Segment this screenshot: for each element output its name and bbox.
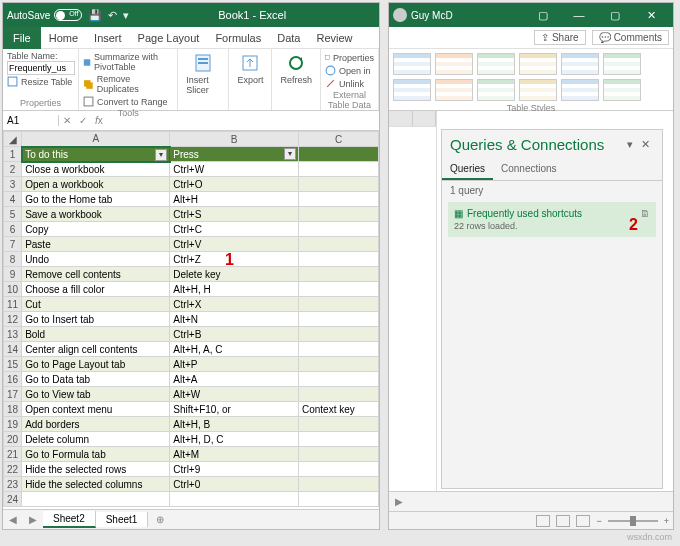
- cell[interactable]: [298, 177, 378, 192]
- cancel-formula-icon[interactable]: ✕: [59, 115, 75, 126]
- cell[interactable]: Ctrl+C: [170, 222, 299, 237]
- open-in-browser-button[interactable]: Open in: [325, 64, 374, 77]
- cell[interactable]: Ctrl+S: [170, 207, 299, 222]
- row-header[interactable]: 11: [4, 297, 22, 312]
- panel-close-icon[interactable]: ✕: [637, 138, 654, 151]
- table-header-to-do[interactable]: To do this▾: [22, 147, 170, 162]
- remove-duplicates-button[interactable]: Remove Duplicates: [83, 73, 173, 95]
- sheet-area-left[interactable]: ◢ A B C 1 To do this▾ Press▾ 2 Close a w…: [3, 131, 379, 509]
- table-style-thumb[interactable]: [393, 53, 431, 75]
- cell[interactable]: Alt+A: [170, 372, 299, 387]
- table-style-thumb[interactable]: [435, 53, 473, 75]
- resize-table-button[interactable]: Resize Table: [7, 75, 74, 88]
- qat-undo-icon[interactable]: ↶: [108, 9, 117, 22]
- cell[interactable]: Save a workbook: [22, 207, 170, 222]
- filter-dropdown-icon[interactable]: ▾: [155, 149, 167, 161]
- cell[interactable]: Go to Page Layout tab: [22, 357, 170, 372]
- row-header[interactable]: 1: [4, 147, 22, 162]
- row-header[interactable]: 2: [4, 162, 22, 177]
- tablename-input[interactable]: [7, 61, 75, 75]
- cell[interactable]: [298, 372, 378, 387]
- panel-options-icon[interactable]: ▾: [623, 138, 637, 151]
- sheet-tab-sheet2[interactable]: Sheet2: [43, 511, 96, 528]
- tab-queries[interactable]: Queries: [442, 159, 493, 180]
- sheet-sliver[interactable]: [389, 111, 437, 491]
- add-sheet-icon[interactable]: ⊕: [148, 514, 172, 525]
- tab-home[interactable]: Home: [41, 32, 86, 44]
- row-header[interactable]: 24: [4, 492, 22, 507]
- share-button[interactable]: ⇪Share: [534, 30, 586, 45]
- row-header[interactable]: 12: [4, 312, 22, 327]
- col-header-a[interactable]: A: [22, 132, 170, 147]
- row-header[interactable]: 21: [4, 447, 22, 462]
- table-style-thumb[interactable]: [393, 79, 431, 101]
- zoom-in-icon[interactable]: +: [664, 516, 669, 526]
- table-style-thumb[interactable]: [561, 53, 599, 75]
- row-header[interactable]: 5: [4, 207, 22, 222]
- fx-icon[interactable]: fx: [91, 115, 107, 126]
- cell[interactable]: Go to View tab: [22, 387, 170, 402]
- sheet-tab-sheet1[interactable]: Sheet1: [96, 512, 149, 527]
- table-properties-button[interactable]: Properties: [325, 51, 374, 64]
- cell[interactable]: [298, 462, 378, 477]
- summarize-pivottable-button[interactable]: Summarize with PivotTable: [83, 51, 173, 73]
- table-style-thumb[interactable]: [603, 53, 641, 75]
- cell[interactable]: [298, 282, 378, 297]
- tab-formulas[interactable]: Formulas: [207, 32, 269, 44]
- cell[interactable]: [298, 297, 378, 312]
- cell[interactable]: [298, 312, 378, 327]
- query-item[interactable]: ▦Frequently used shortcuts 22 rows loade…: [448, 202, 656, 237]
- file-tab[interactable]: File: [3, 27, 41, 49]
- row-header[interactable]: 8: [4, 252, 22, 267]
- row-header[interactable]: 14: [4, 342, 22, 357]
- cell[interactable]: Copy: [22, 222, 170, 237]
- cell[interactable]: [298, 327, 378, 342]
- cell[interactable]: [298, 237, 378, 252]
- table-style-thumb[interactable]: [519, 53, 557, 75]
- cell[interactable]: Delete column: [22, 432, 170, 447]
- minimize-icon[interactable]: —: [561, 9, 597, 21]
- cell[interactable]: Alt+H, A, C: [170, 342, 299, 357]
- cell[interactable]: Ctrl+Z: [170, 252, 299, 267]
- row-header[interactable]: 7: [4, 237, 22, 252]
- cell[interactable]: [298, 432, 378, 447]
- insert-slicer-button[interactable]: Insert Slicer: [182, 51, 224, 97]
- cell[interactable]: [298, 357, 378, 372]
- tab-data[interactable]: Data: [269, 32, 308, 44]
- page-layout-view-icon[interactable]: [556, 515, 570, 527]
- cell[interactable]: Context key: [298, 402, 378, 417]
- cell[interactable]: Go to Formula tab: [22, 447, 170, 462]
- table-style-thumb[interactable]: [435, 79, 473, 101]
- cell[interactable]: Hide the selected rows: [22, 462, 170, 477]
- qat-dropdown-icon[interactable]: ▾: [123, 9, 129, 22]
- cell[interactable]: Open context menu: [22, 402, 170, 417]
- refresh-button[interactable]: Refresh: [276, 51, 316, 87]
- row-header[interactable]: 18: [4, 402, 22, 417]
- cell[interactable]: [298, 147, 378, 162]
- sheet-nav-next-icon[interactable]: ▶: [23, 514, 43, 525]
- tab-connections[interactable]: Connections: [493, 159, 565, 180]
- cell[interactable]: Ctrl+W: [170, 162, 299, 177]
- cell[interactable]: Undo: [22, 252, 170, 267]
- cell[interactable]: Bold: [22, 327, 170, 342]
- cell[interactable]: Alt+H, B: [170, 417, 299, 432]
- cell[interactable]: Close a workbook: [22, 162, 170, 177]
- cell[interactable]: [298, 387, 378, 402]
- cell[interactable]: Ctrl+9: [170, 462, 299, 477]
- cell[interactable]: Alt+W: [170, 387, 299, 402]
- zoom-out-icon[interactable]: −: [596, 516, 601, 526]
- sheet-nav-prev-icon[interactable]: ◀: [3, 514, 23, 525]
- cell[interactable]: Go to Insert tab: [22, 312, 170, 327]
- row-header[interactable]: 6: [4, 222, 22, 237]
- convert-to-range-button[interactable]: Convert to Range: [83, 95, 173, 108]
- cell[interactable]: [298, 447, 378, 462]
- cell[interactable]: Alt+M: [170, 447, 299, 462]
- enter-formula-icon[interactable]: ✓: [75, 115, 91, 126]
- row-header[interactable]: 23: [4, 477, 22, 492]
- cell[interactable]: [298, 162, 378, 177]
- normal-view-icon[interactable]: [536, 515, 550, 527]
- row-header[interactable]: 22: [4, 462, 22, 477]
- name-box[interactable]: A1: [3, 115, 59, 126]
- zoom-slider[interactable]: [608, 520, 658, 522]
- cell[interactable]: [298, 222, 378, 237]
